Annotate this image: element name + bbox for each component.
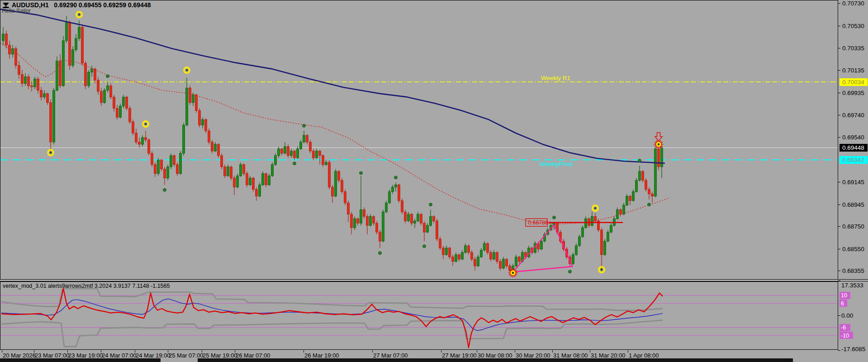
candle-bear <box>518 257 521 262</box>
candle-bear <box>148 140 150 153</box>
yellow-ring-center <box>594 207 597 210</box>
candle-bear <box>246 174 248 185</box>
candle-bear <box>442 248 445 255</box>
candle-bear <box>366 216 369 225</box>
candle-bull <box>515 257 517 266</box>
candle-bear <box>151 153 153 165</box>
level-tag-text: -10 <box>841 333 849 339</box>
bottom-scrollbar[interactable] <box>198 358 793 362</box>
time-label: 31 Mar 20:00 <box>591 352 626 359</box>
signal-dot-green <box>163 188 166 191</box>
candle-bear <box>132 122 134 133</box>
candle-bull <box>636 181 638 192</box>
candle-bull <box>142 138 144 144</box>
candle-bull <box>493 252 495 259</box>
yellow-ring-center <box>50 152 52 154</box>
candle-bull <box>582 228 584 237</box>
candle-bear <box>313 151 315 158</box>
level-tag-text: 6 <box>841 300 844 307</box>
candle-bull <box>262 174 264 185</box>
candle-bear <box>439 239 441 248</box>
candle-bear <box>338 171 340 181</box>
sun-center-dot <box>658 143 660 146</box>
candle-bull <box>382 212 384 241</box>
time-label: 25 Mar 07:00 <box>169 352 204 359</box>
trendline-label: 0.68786 <box>528 219 548 226</box>
weekly-r1-price-tag: 0.70034 <box>840 78 868 86</box>
candle-bear <box>50 103 52 142</box>
candle-bear <box>499 262 502 268</box>
candle-bear <box>100 91 103 103</box>
candle-bull <box>480 250 483 257</box>
candle-bull <box>427 225 429 232</box>
time-label: 27 Mar 07:00 <box>373 352 408 359</box>
symbol-dropdown-icon[interactable] <box>3 3 9 7</box>
candle-bear <box>420 214 422 223</box>
candle-bear <box>423 223 426 232</box>
price-label: 0.68355 <box>842 267 864 274</box>
candle-bull <box>484 243 486 250</box>
candle-bull <box>2 34 5 41</box>
candle-bear <box>28 77 30 86</box>
candle-bull <box>167 167 169 178</box>
chart-canvas[interactable]: Weekly R1WeeklyPivot0.687860.707300.7053… <box>0 0 868 362</box>
candle-bull <box>335 171 337 196</box>
candle-bear <box>487 243 489 252</box>
candle-bull <box>249 178 251 185</box>
candle-bear <box>189 88 191 102</box>
candle-bull <box>465 246 467 252</box>
candle-bear <box>173 156 175 165</box>
candle-bear <box>224 167 226 176</box>
level-tag-text: 10 <box>841 292 847 299</box>
candle-bull <box>617 210 619 219</box>
candle-bull <box>88 72 90 86</box>
candle-bear <box>126 97 128 108</box>
candle-bear <box>129 108 131 122</box>
sun-center-dot <box>512 272 514 274</box>
candle-bear <box>199 110 201 125</box>
candle-bull <box>604 241 606 255</box>
candle-bull <box>284 147 286 153</box>
candle-bear <box>401 200 403 212</box>
candle-bull <box>107 86 109 90</box>
candle-bear <box>398 185 400 201</box>
candle-bull <box>75 38 77 50</box>
candle-bear <box>332 187 334 196</box>
candle-bear <box>341 181 343 192</box>
bottom-scrollbar[interactable] <box>0 358 161 362</box>
candle-bear <box>40 90 43 97</box>
candle-bull <box>607 232 609 241</box>
yellow-ring-center <box>78 14 81 16</box>
candle-bear <box>322 156 324 165</box>
candle-bull <box>626 196 628 205</box>
candle-bull <box>477 257 479 266</box>
candle-bull <box>157 160 160 174</box>
candle-bull <box>72 50 74 66</box>
candle-bull <box>227 167 229 176</box>
candle-bull <box>34 79 36 87</box>
candle-bear <box>81 27 84 63</box>
candle-bear <box>47 94 49 103</box>
candle-bull <box>202 119 204 125</box>
time-label: 26 Mar 07:00 <box>236 352 270 359</box>
price-label: 0.70730 <box>842 0 864 7</box>
time-label: 31 Mar 08:00 <box>553 352 588 359</box>
candle-bear <box>496 252 498 262</box>
candle-bear <box>5 34 8 45</box>
candle-bear <box>449 248 451 257</box>
candle-bear <box>433 216 435 221</box>
candle-bear <box>218 144 220 156</box>
yellow-ring-center <box>601 269 603 271</box>
time-label: 23 Mar 19:00 <box>68 352 103 359</box>
candle-bear <box>154 165 157 174</box>
candle-bull <box>455 255 457 262</box>
candle-bear <box>509 266 511 271</box>
candle-bull <box>446 248 448 255</box>
candle-bull <box>503 259 505 268</box>
candle-bear <box>145 138 147 140</box>
candle-bear <box>176 165 179 174</box>
signal-dot-green <box>106 75 109 78</box>
candle-bull <box>290 151 293 156</box>
price-label: 0.68750 <box>842 223 864 230</box>
signal-dot-green <box>648 203 651 206</box>
